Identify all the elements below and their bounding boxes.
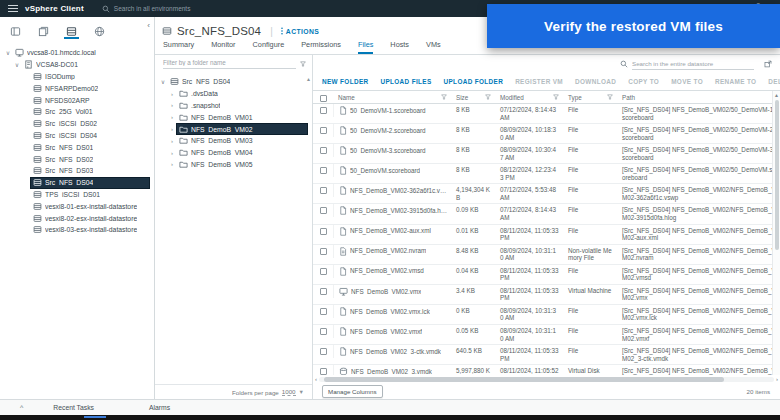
row-checkbox[interactable] [320, 268, 327, 275]
row-checkbox[interactable] [320, 228, 327, 235]
tab-summary[interactable]: Summary [163, 40, 194, 54]
select-all-checkbox[interactable] [320, 95, 327, 102]
open-in-new-window-icon[interactable] [764, 60, 772, 68]
row-checkbox[interactable] [320, 167, 327, 174]
caret-collapsed-icon[interactable]: › [168, 91, 176, 97]
inventory-tree-item[interactable]: Src_iSCSI_DS04 [0, 130, 154, 142]
table-row[interactable]: 50_DemoVM-2.scoreboard8 KB08/09/2024, 10… [313, 124, 780, 144]
row-checkbox[interactable] [320, 308, 327, 315]
scroll-left-icon[interactable]: ‹ [315, 375, 317, 383]
caret-collapsed-icon[interactable]: › [168, 114, 176, 120]
inventory-tree-item[interactable]: Src_25G_Vol01 [0, 106, 154, 118]
inventory-tree-item[interactable]: vesxi8-02-esx-install-datastore [0, 212, 154, 224]
row-checkbox[interactable] [320, 368, 327, 375]
scroll-right-icon[interactable]: › [776, 375, 778, 383]
inventory-tree-item[interactable]: NFSARPDemo02 [0, 82, 154, 94]
inventory-tree-item[interactable]: Src_NFS_DS03 [0, 165, 154, 177]
table-row[interactable]: NFS_DemoB_VM02-3915d0fa.hlog0.09 KB07/12… [313, 204, 780, 224]
table-row[interactable]: NFS_DemoB_VM02.vmxf0.05 KB08/09/2024, 10… [313, 325, 780, 345]
filter-funnel-icon[interactable] [300, 61, 306, 67]
row-checkbox[interactable] [320, 207, 327, 214]
datastore-search-input[interactable] [632, 59, 754, 70]
status-tab-alarms[interactable]: Alarms [149, 404, 170, 411]
table-row[interactable]: 50_DemoVM-1.scoreboard8 KB07/12/2024, 8:… [313, 104, 780, 124]
inventory-tree-item[interactable]: vesxi8-03-esx-install-datastore [0, 224, 154, 236]
row-checkbox[interactable] [320, 147, 327, 154]
menu-icon[interactable] [8, 3, 18, 14]
row-checkbox[interactable] [320, 288, 327, 295]
folder-tree-item[interactable]: ›.snapshot [155, 100, 312, 112]
table-row[interactable]: NFS_DemoB_VM02_3-ctk.vmdk640.5 KB08/11/2… [313, 345, 780, 365]
new-folder-button[interactable]: NEW FOLDER [322, 78, 368, 85]
table-row[interactable]: NFS_DemoB_VM02.vmx3.4 KB08/11/2024, 11:0… [313, 285, 780, 305]
column-header-size[interactable]: Size [451, 91, 495, 103]
hscrollbar-thumb[interactable] [324, 377, 724, 382]
tab-files[interactable]: Files [358, 40, 373, 54]
row-checkbox[interactable] [320, 187, 327, 194]
tab-hosts[interactable]: Hosts [390, 40, 409, 54]
folder-tree-item[interactable]: ∨Src_NFS_DS04 [155, 76, 312, 88]
folder-tree-item[interactable]: ›NFS_DemoB_VM02 [155, 123, 312, 135]
caret-collapsed-icon[interactable]: › [168, 138, 176, 144]
tab-monitor[interactable]: Monitor [211, 40, 235, 54]
inventory-tree-item[interactable]: NFSDS02ARP [0, 94, 154, 106]
collapse-sidebar-icon[interactable]: ‹ [147, 21, 150, 30]
column-header-type[interactable]: Type [563, 91, 617, 103]
scrollbar-thumb[interactable] [775, 100, 779, 250]
manage-columns-button[interactable]: Manage Columns [322, 385, 383, 398]
inventory-tree-item[interactable]: Src_iSCSI_DS02 [0, 118, 154, 130]
actions-button[interactable]: ACTIONS [280, 27, 319, 35]
folder-tree-scroll-up-icon[interactable]: ▲ [306, 76, 311, 82]
inventory-view-vms-and-templates[interactable] [37, 23, 50, 39]
table-row[interactable]: NFS_DemoB_VM02.vmsd0.04 KB08/11/2024, 11… [313, 265, 780, 285]
inventory-tree-item[interactable]: Src_NFS_DS02 [0, 153, 154, 165]
inventory-tree-item[interactable]: ∨VCSA8-DC01 [0, 59, 154, 71]
inventory-tree-item[interactable]: TPS_iSCSI_DS01 [0, 189, 154, 201]
status-tab-recent-tasks[interactable]: Recent Tasks [53, 404, 94, 411]
row-checkbox[interactable] [320, 107, 327, 114]
tab-configure[interactable]: Configure [253, 40, 285, 54]
table-row[interactable]: NFS_DemoB_VM02.vmx.lck0 KB08/09/2024, 10… [313, 305, 780, 325]
inventory-tree-item[interactable]: Src_NFS_DS04 [0, 177, 154, 189]
column-header-path[interactable]: Path [617, 91, 780, 103]
caret-collapsed-icon[interactable]: › [168, 102, 176, 108]
table-row[interactable]: 50_DemoVM.scoreboard8 KB08/12/2024, 12:2… [313, 164, 780, 184]
folders-per-page-value[interactable]: 1000 [282, 388, 296, 396]
inventory-tree-item[interactable]: ISODump [0, 71, 154, 83]
folder-filter-input[interactable] [163, 58, 296, 69]
tab-vms[interactable]: VMs [426, 40, 441, 54]
inventory-view-networking[interactable] [93, 23, 106, 39]
table-row[interactable]: 50_DemoVM-3.scoreboard8 KB08/09/2024, 10… [313, 144, 780, 164]
expand-tasks-icon[interactable]: ^ [20, 404, 23, 411]
caret-collapsed-icon[interactable]: › [168, 161, 176, 167]
upload-files-button[interactable]: UPLOAD FILES [380, 78, 431, 85]
inventory-tree-item[interactable]: ∨vvcsa8-01.hmcdc.local [0, 47, 154, 59]
vertical-scrollbar[interactable]: ▲ [772, 91, 780, 375]
caret-expanded-icon[interactable]: ∨ [13, 61, 21, 68]
inventory-tree-item[interactable]: Src_NFS_DS01 [0, 141, 154, 153]
row-checkbox[interactable] [320, 248, 327, 255]
caret-collapsed-icon[interactable]: › [168, 150, 176, 156]
row-checkbox[interactable] [320, 348, 327, 355]
column-header-name[interactable]: Name [333, 91, 451, 103]
folder-tree-item[interactable]: ›.dvsData [155, 88, 312, 100]
scroll-up-icon[interactable]: ▲ [774, 91, 779, 99]
table-row[interactable]: NFS_DemoB_VM02.nvram8.48 KB08/09/2024, 1… [313, 245, 780, 265]
inventory-view-hosts-and-clusters[interactable] [9, 23, 22, 39]
inventory-view-storage[interactable] [65, 23, 78, 39]
folders-per-page-caret-icon[interactable]: ▼ [299, 389, 304, 395]
upload-folder-button[interactable]: UPLOAD FOLDER [444, 78, 504, 85]
column-header-modified[interactable]: Modified [495, 91, 563, 103]
row-checkbox[interactable] [320, 328, 327, 335]
caret-collapsed-icon[interactable]: › [168, 126, 176, 132]
inventory-tree-item[interactable]: vesxi8-01-esx-install-datastore [0, 200, 154, 212]
table-row[interactable]: NFS_DemoB_VM02-aux.xml0.01 KB08/11/2024,… [313, 225, 780, 245]
caret-expanded-icon[interactable]: ∨ [159, 78, 167, 85]
folder-tree-item[interactable]: ›NFS_DemoB_VM04 [155, 147, 312, 159]
table-row[interactable]: NFS_DemoB_VM02-362a6f1c.vswp4,194,304 KB… [313, 184, 780, 204]
table-row[interactable]: NFS_DemoB_VM02_3.vmdk5,997,880 KB08/11/2… [313, 365, 780, 375]
folder-tree-item[interactable]: ›NFS_DemoB_VM01 [155, 111, 312, 123]
folder-tree-item[interactable]: ›NFS_DemoB_VM05 [155, 159, 312, 171]
folder-tree-item[interactable]: ›NFS_DemoB_VM03 [155, 135, 312, 147]
tab-permissions[interactable]: Permissions [301, 40, 341, 54]
